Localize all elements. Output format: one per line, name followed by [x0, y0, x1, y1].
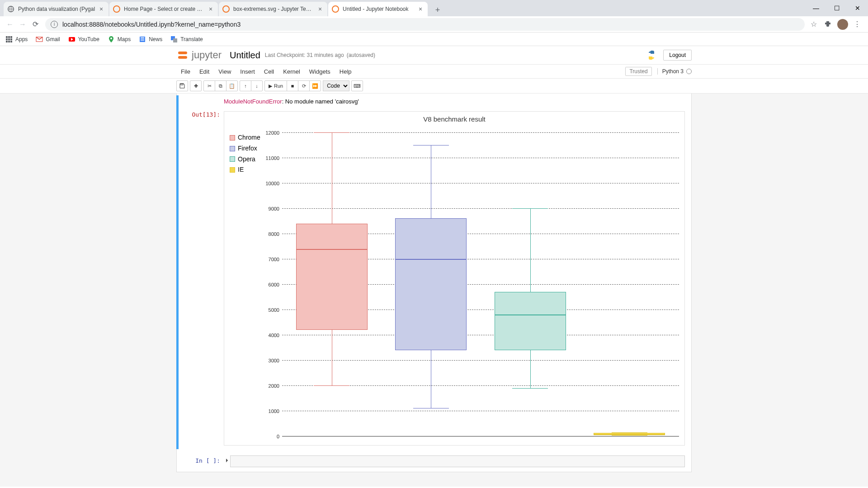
url-input[interactable]: i localhost:8888/notebooks/Untitled.ipyn…: [45, 18, 805, 31]
extensions-icon[interactable]: [823, 19, 834, 30]
svg-rect-7: [10, 36, 12, 38]
kernel-indicator[interactable]: Python 3: [657, 68, 692, 75]
svg-point-2: [113, 6, 120, 12]
restart-button[interactable]: ⟳: [298, 80, 310, 91]
bookmark-maps[interactable]: Maps: [108, 36, 131, 43]
tab-label: box-extremes.svg - Jupyter Text E: [233, 6, 314, 12]
jupyter-logo[interactable]: jupyter: [176, 49, 222, 61]
maximize-button[interactable]: ☐: [826, 0, 847, 16]
tab-notebook[interactable]: Untitled - Jupyter Notebook ×: [328, 2, 428, 16]
move-down-button[interactable]: ↓: [251, 80, 263, 91]
url-text: localhost:8888/notebooks/Untitled.ipynb?…: [62, 21, 241, 28]
menu-edit[interactable]: Edit: [195, 68, 214, 75]
cell-type-select[interactable]: Code: [323, 80, 349, 91]
close-icon[interactable]: ×: [207, 5, 214, 13]
run-button[interactable]: ▶ Run: [264, 80, 287, 91]
output-cell-chart: Out[13]: V8 benchmark result ChromeFiref…: [177, 109, 689, 449]
tab-pygal[interactable]: Python data visualization (Pygal ×: [4, 2, 108, 16]
menu-widgets[interactable]: Widgets: [305, 68, 335, 75]
menu-kernel[interactable]: Kernel: [278, 68, 305, 75]
close-icon[interactable]: ×: [316, 5, 324, 13]
notebook-title[interactable]: Untitled: [230, 50, 260, 61]
menu-cell[interactable]: Cell: [259, 68, 278, 75]
profile-avatar[interactable]: [837, 19, 848, 30]
python-logo-icon: [646, 50, 657, 61]
legend-item-chrome: Chrome: [230, 132, 260, 143]
svg-rect-9: [8, 38, 10, 40]
site-info-icon[interactable]: i: [51, 21, 58, 28]
svg-rect-5: [6, 36, 8, 38]
legend-item-firefox: Firefox: [230, 143, 260, 154]
save-button[interactable]: [176, 80, 188, 91]
menu-insert[interactable]: Insert: [236, 68, 259, 75]
menubar: File Edit View Insert Cell Kernel Widget…: [0, 65, 868, 79]
globe-icon: [7, 5, 14, 13]
notebook-area[interactable]: ModuleNotFoundError: No module named 'ca…: [0, 94, 868, 487]
minimize-button[interactable]: —: [806, 0, 826, 16]
back-button[interactable]: ←: [4, 18, 16, 31]
jupyter-icon: [332, 5, 339, 13]
svg-point-4: [332, 6, 339, 12]
menu-view[interactable]: View: [214, 68, 236, 75]
insert-cell-button[interactable]: ✚: [190, 80, 202, 91]
move-up-button[interactable]: ↑: [240, 80, 251, 91]
copy-button[interactable]: ⧉: [215, 80, 226, 91]
kernel-label: Python 3: [662, 68, 684, 75]
close-icon[interactable]: ×: [417, 5, 424, 13]
output-cell-error: ModuleNotFoundError: No module named 'ca…: [177, 95, 689, 109]
new-tab-button[interactable]: +: [431, 4, 444, 16]
bookmark-label: News: [149, 36, 162, 42]
cell-run-icon[interactable]: ⏵: [224, 455, 230, 467]
bookmark-apps[interactable]: Apps: [5, 36, 28, 43]
svg-rect-23: [181, 84, 183, 85]
tab-svg-editor[interactable]: box-extremes.svg - Jupyter Text E ×: [219, 2, 327, 16]
tab-label: Python data visualization (Pygal: [18, 6, 95, 12]
checkpoint-text: Last Checkpoint: 31 minutes ago: [265, 52, 344, 58]
bookmark-label: Translate: [180, 36, 203, 42]
svg-point-16: [110, 38, 112, 39]
reload-button[interactable]: ⟳: [29, 18, 42, 31]
command-palette-button[interactable]: ⌨: [351, 80, 363, 91]
jupyter-header: jupyter Untitled Last Checkpoint: 31 min…: [0, 46, 868, 65]
restart-run-all-button[interactable]: ⏩: [309, 80, 321, 91]
menu-file[interactable]: File: [176, 68, 195, 75]
error-message: : No module named 'cairosvg': [282, 98, 359, 105]
interrupt-button[interactable]: ■: [287, 80, 298, 91]
legend-item-ie: IE: [230, 164, 260, 175]
code-input[interactable]: [230, 455, 685, 467]
menu-help[interactable]: Help: [335, 68, 356, 75]
bookmark-youtube[interactable]: YouTube: [68, 36, 99, 43]
logout-button[interactable]: Logout: [663, 50, 692, 61]
address-bar: ← → ⟳ i localhost:8888/notebooks/Untitle…: [0, 16, 868, 33]
svg-rect-8: [6, 38, 8, 40]
bookmark-gmail[interactable]: Gmail: [36, 36, 60, 43]
bookmark-translate[interactable]: Translate: [170, 36, 203, 43]
jupyter-icon: [113, 5, 120, 13]
jupyter-logo-text: jupyter: [192, 49, 222, 61]
tab-jupyter-home[interactable]: Home Page - Select or create a n ×: [109, 2, 218, 16]
paste-button[interactable]: 📋: [226, 80, 238, 91]
svg-rect-18: [141, 38, 144, 38]
svg-rect-10: [10, 38, 12, 40]
tab-label: Untitled - Jupyter Notebook: [343, 6, 414, 12]
news-icon: [139, 36, 146, 43]
youtube-icon: [68, 36, 75, 43]
input-cell-empty[interactable]: In [ ]: ⏵: [177, 455, 689, 467]
jupyter-logo-icon: [176, 49, 189, 61]
trusted-indicator[interactable]: Trusted: [625, 67, 651, 76]
chart-legend: ChromeFirefoxOperaIE: [230, 132, 260, 175]
chart-title: V8 benchmark result: [224, 112, 684, 123]
forward-button[interactable]: →: [16, 18, 29, 31]
close-window-button[interactable]: ✕: [847, 0, 868, 16]
bookmark-star-icon[interactable]: ☆: [808, 19, 819, 30]
svg-rect-13: [10, 41, 12, 42]
close-icon[interactable]: ×: [98, 5, 105, 13]
chart-plot-area: 0100020003000400050006000700080009000100…: [282, 132, 679, 436]
error-text: ModuleNotFoundError: No module named 'ca…: [224, 95, 359, 109]
bookmark-label: Apps: [15, 36, 28, 42]
chrome-menu-icon[interactable]: ⋮: [852, 19, 863, 30]
bookmark-label: YouTube: [78, 36, 99, 42]
box-opera: [495, 292, 566, 350]
bookmark-news[interactable]: News: [139, 36, 162, 43]
cut-button[interactable]: ✂: [203, 80, 215, 91]
